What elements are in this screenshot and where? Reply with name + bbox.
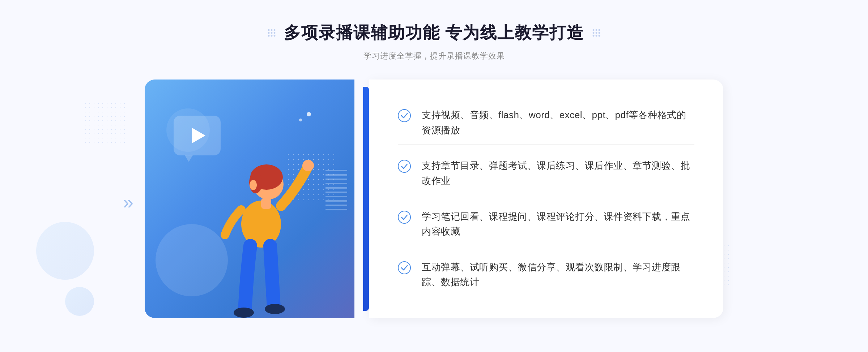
feature-item-3: 学习笔记回看、课程提问、课程评论打分、课件资料下载，重点内容收藏 bbox=[398, 203, 694, 246]
svg-point-8 bbox=[273, 35, 275, 37]
svg-point-28 bbox=[398, 160, 410, 172]
svg-point-12 bbox=[593, 32, 595, 34]
title-deco-left bbox=[267, 28, 277, 38]
check-icon-3 bbox=[398, 211, 411, 224]
feature-text-3: 学习笔记回看、课程提问、课程评论打分、课件资料下载，重点内容收藏 bbox=[422, 209, 694, 239]
svg-point-7 bbox=[271, 35, 272, 37]
deco-circle-2 bbox=[65, 287, 94, 316]
header-section: 多项录播课辅助功能 专为线上教学打造 学习进度全掌握，提升录播课教学效果 bbox=[267, 22, 602, 61]
content-area: » 支持视频、音频、flash、word、excel、ppt、pdf等各种格式的… bbox=[145, 80, 723, 325]
feature-item-1: 支持视频、音频、flash、word、excel、ppt、pdf等各种格式的资源… bbox=[398, 101, 694, 145]
feature-text-2: 支持章节目录、弹题考试、课后练习、课后作业、章节测验、批改作业 bbox=[422, 158, 694, 188]
svg-point-4 bbox=[271, 32, 272, 34]
svg-point-25 bbox=[250, 180, 257, 190]
illustration-bg bbox=[145, 80, 354, 318]
svg-point-5 bbox=[273, 32, 275, 34]
spark-2 bbox=[299, 119, 302, 121]
svg-point-0 bbox=[268, 29, 269, 31]
illustration-panel: » bbox=[145, 80, 369, 325]
svg-point-23 bbox=[234, 308, 254, 318]
feature-text-4: 互动弹幕、试听购买、微信分享、观看次数限制、学习进度跟踪、数据统计 bbox=[422, 260, 694, 290]
check-icon-4 bbox=[398, 261, 411, 274]
deco-circle-1 bbox=[36, 222, 94, 280]
page-container: 多项录播课辅助功能 专为线上教学打造 学习进度全掌握，提升录播课教学效果 bbox=[0, 0, 868, 352]
svg-point-6 bbox=[268, 35, 269, 37]
svg-rect-26 bbox=[261, 198, 271, 209]
features-panel: 支持视频、音频、flash、word、excel、ppt、pdf等各种格式的资源… bbox=[369, 80, 723, 318]
svg-point-1 bbox=[271, 29, 272, 31]
svg-point-24 bbox=[265, 304, 285, 314]
svg-point-29 bbox=[398, 211, 410, 223]
svg-point-30 bbox=[398, 262, 410, 274]
chevron-decoration: » bbox=[123, 193, 133, 212]
svg-point-14 bbox=[599, 32, 600, 34]
page-title: 多项录播课辅助功能 专为线上教学打造 bbox=[284, 22, 584, 44]
svg-point-10 bbox=[596, 29, 597, 31]
check-icon-1 bbox=[398, 109, 411, 122]
stripe-deco bbox=[326, 170, 347, 213]
page-subtitle: 学习进度全掌握，提升录播课教学效果 bbox=[267, 51, 602, 61]
feature-text-1: 支持视频、音频、flash、word、excel、ppt、pdf等各种格式的资源… bbox=[422, 108, 694, 138]
svg-point-9 bbox=[593, 29, 595, 31]
accent-bar bbox=[363, 87, 369, 311]
svg-point-11 bbox=[599, 29, 600, 31]
title-deco-right bbox=[591, 28, 601, 38]
svg-point-27 bbox=[398, 110, 410, 122]
dots-decoration-left bbox=[83, 101, 127, 145]
svg-point-22 bbox=[302, 160, 314, 171]
svg-point-2 bbox=[273, 29, 275, 31]
check-icon-2 bbox=[398, 160, 411, 173]
svg-point-3 bbox=[268, 32, 269, 34]
feature-item-4: 互动弹幕、试听购买、微信分享、观看次数限制、学习进度跟踪、数据统计 bbox=[398, 253, 694, 296]
person-illustration bbox=[203, 123, 319, 318]
feature-item-2: 支持章节目录、弹题考试、课后练习、课后作业、章节测验、批改作业 bbox=[398, 152, 694, 195]
svg-point-16 bbox=[596, 35, 597, 37]
svg-point-15 bbox=[593, 35, 595, 37]
spark-1 bbox=[307, 112, 311, 116]
svg-point-13 bbox=[596, 32, 597, 34]
svg-point-17 bbox=[599, 35, 600, 37]
title-row: 多项录播课辅助功能 专为线上教学打造 bbox=[267, 22, 602, 44]
